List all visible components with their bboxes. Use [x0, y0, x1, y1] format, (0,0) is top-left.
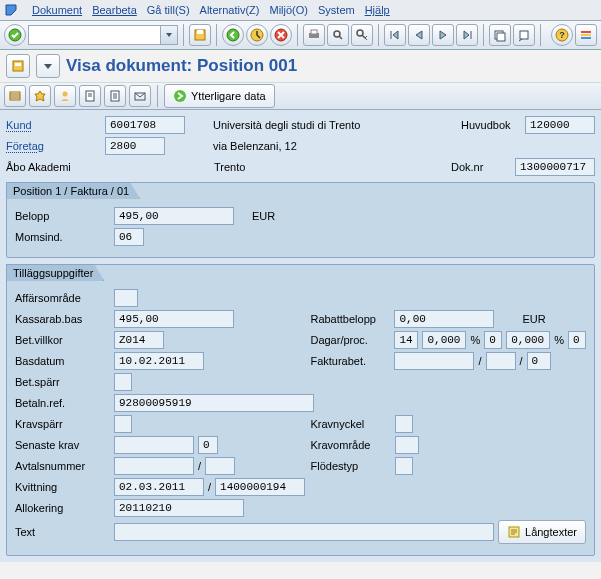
kravnyckel-label: Kravnyckel — [311, 418, 391, 430]
print-button[interactable] — [303, 24, 325, 46]
app-btn-5[interactable] — [104, 85, 126, 107]
menu-hjalp[interactable]: Hjälp — [365, 4, 390, 16]
ytterligare-label: Ytterligare data — [191, 90, 266, 102]
avtals-a-field[interactable] — [114, 457, 194, 475]
proc1-field[interactable]: 0,000 — [422, 331, 466, 349]
doknr-field[interactable]: 1300000717 — [515, 158, 595, 176]
help-button[interactable]: ? — [551, 24, 573, 46]
proc2-field[interactable]: 0,000 — [506, 331, 550, 349]
momsind-field[interactable]: 06 — [114, 228, 144, 246]
prev-page-button[interactable] — [408, 24, 430, 46]
app-btn-6[interactable] — [129, 85, 151, 107]
cancel-button[interactable] — [270, 24, 292, 46]
menu-alternativ[interactable]: Alternativ(Z) — [200, 4, 260, 16]
kravsparr-field[interactable] — [114, 415, 132, 433]
fakturabet-a[interactable] — [394, 352, 474, 370]
kvittning-b-field[interactable]: 1400000194 — [215, 478, 305, 496]
dagar2-field[interactable]: 0 — [484, 331, 502, 349]
create-session-button[interactable] — [489, 24, 511, 46]
save-button[interactable] — [189, 24, 211, 46]
next-page-button[interactable] — [432, 24, 454, 46]
betalnref-label: Betaln.ref. — [15, 397, 110, 409]
betalnref-field[interactable]: 92800095919 — [114, 394, 314, 412]
belopp-label: Belopp — [15, 210, 110, 222]
kassarab-field[interactable]: 495,00 — [114, 310, 234, 328]
object-services-dropdown[interactable] — [36, 54, 60, 78]
kund-name: Università degli studi di Trento — [213, 119, 457, 131]
flodestyp-label: Flödestyp — [311, 460, 391, 472]
fakturabet-label: Fakturabet. — [310, 355, 390, 367]
dagar3-field[interactable]: 0 — [568, 331, 586, 349]
betvillkor-field[interactable]: Z014 — [114, 331, 164, 349]
find-button[interactable] — [327, 24, 349, 46]
svg-point-3 — [227, 29, 239, 41]
senaste-b-field[interactable]: 0 — [198, 436, 218, 454]
slash4: / — [208, 481, 211, 493]
command-field[interactable] — [28, 25, 178, 45]
svg-rect-21 — [15, 63, 21, 66]
svg-line-11 — [362, 35, 365, 38]
exit-button[interactable] — [246, 24, 268, 46]
menu-system[interactable]: System — [318, 4, 355, 16]
rabatt-curr: EUR — [522, 313, 545, 325]
last-page-button[interactable] — [456, 24, 478, 46]
basdatum-field[interactable]: 10.02.2011 — [114, 352, 204, 370]
addr-text: via Belenzani, 12 — [213, 140, 297, 152]
svg-line-9 — [339, 36, 342, 39]
kravomrade-field[interactable] — [395, 436, 419, 454]
app-btn-2[interactable] — [29, 85, 51, 107]
dagar-label: Dagar/proc. — [310, 334, 390, 346]
affarsomrade-field[interactable] — [114, 289, 138, 307]
object-services-button[interactable] — [6, 54, 30, 78]
slash3: / — [198, 460, 201, 472]
ok-button[interactable] — [4, 24, 26, 46]
app-btn-3[interactable] — [54, 85, 76, 107]
kravomrade-label: Kravområde — [311, 439, 391, 451]
title-bar: Visa dokument: Position 001 — [0, 50, 601, 83]
app-btn-4[interactable] — [79, 85, 101, 107]
svg-rect-14 — [520, 31, 528, 39]
menu-dokument[interactable]: Dokument — [32, 4, 82, 16]
flodestyp-field[interactable] — [395, 457, 413, 475]
arrow-right-icon — [173, 89, 187, 103]
tillagg-group: Tilläggsuppgifter Affärsområde Kassarab.… — [6, 264, 595, 556]
langtexter-button[interactable]: Långtexter — [498, 520, 586, 544]
command-dropdown-icon[interactable] — [160, 26, 177, 44]
kravnyckel-field[interactable] — [395, 415, 413, 433]
pct2: % — [554, 334, 564, 346]
basdatum-label: Basdatum — [15, 355, 110, 367]
foretag-label[interactable]: Företag — [6, 140, 101, 152]
menu-ga-till[interactable]: Gå till(S) — [147, 4, 190, 16]
senaste-a-field[interactable] — [114, 436, 194, 454]
huvudbok-field[interactable]: 120000 — [525, 116, 595, 134]
svg-text:?: ? — [559, 30, 565, 40]
back-button[interactable] — [222, 24, 244, 46]
avtals-b-field[interactable] — [205, 457, 235, 475]
shortcut-button[interactable] — [513, 24, 535, 46]
fakturabet-b[interactable] — [486, 352, 516, 370]
dagar1-field[interactable]: 14 — [394, 331, 418, 349]
text-field[interactable] — [114, 523, 494, 541]
pct1: % — [470, 334, 480, 346]
fakturabet-c[interactable]: 0 — [527, 352, 551, 370]
belopp-curr: EUR — [252, 210, 275, 222]
standard-toolbar: ? — [0, 21, 601, 50]
rabattbelopp-field[interactable]: 0,00 — [394, 310, 494, 328]
menu-bearbeta[interactable]: Bearbeta — [92, 4, 137, 16]
app-btn-1[interactable] — [4, 85, 26, 107]
kvittning-a-field[interactable]: 02.03.2011 — [114, 478, 204, 496]
kund-field[interactable]: 6001708 — [105, 116, 185, 134]
find-next-button[interactable] — [351, 24, 373, 46]
doknr-label: Dok.nr — [451, 161, 511, 173]
layout-menu-button[interactable] — [575, 24, 597, 46]
belopp-field[interactable]: 495,00 — [114, 207, 234, 225]
menu-miljo[interactable]: Miljö(O) — [269, 4, 308, 16]
ytterligare-data-button[interactable]: Ytterligare data — [164, 84, 275, 108]
betsparr-field[interactable] — [114, 373, 132, 391]
allokering-field[interactable]: 20110210 — [114, 499, 244, 517]
first-page-button[interactable] — [384, 24, 406, 46]
svg-point-27 — [174, 90, 186, 102]
kund-label[interactable]: Kund — [6, 119, 101, 131]
foretag-field[interactable]: 2800 — [105, 137, 165, 155]
text-label: Text — [15, 526, 110, 538]
